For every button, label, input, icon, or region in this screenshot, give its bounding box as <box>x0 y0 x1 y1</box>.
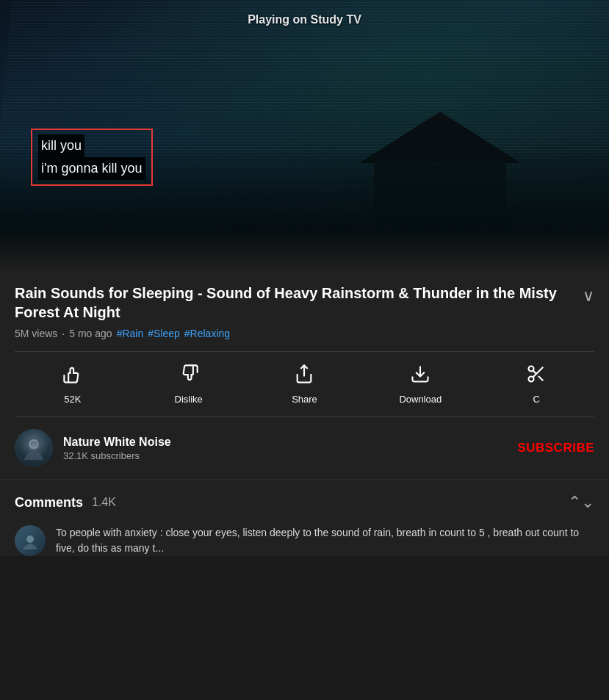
download-icon <box>410 364 430 389</box>
comment-avatar-image <box>15 525 46 556</box>
subtitle-box: kill you i'm gonna kill you <box>31 129 153 186</box>
video-meta: 5M views · 5 mo ago #Rain #Sleep #Relaxi… <box>15 328 594 339</box>
like-count: 52K <box>64 394 81 405</box>
title-row: Rain Sounds for Sleeping - Sound of Heav… <box>15 284 594 322</box>
clip-button[interactable]: C <box>478 361 594 408</box>
comment-item: To people with anxiety : close your eyes… <box>15 512 594 556</box>
comments-header: Comments 1.4K ⌃⌄ <box>15 493 594 512</box>
dislike-label: Dislike <box>175 394 203 405</box>
clip-icon <box>526 364 547 389</box>
share-button[interactable]: Share <box>247 361 363 408</box>
subscribe-button[interactable]: SUBSCRIBE <box>517 435 594 461</box>
channel-section: Nature White Noise 32.1K subscribers SUB… <box>0 417 609 480</box>
channel-avatar[interactable] <box>15 429 53 467</box>
video-age: 5 mo ago <box>69 328 112 339</box>
comments-count: 1.4K <box>92 496 116 509</box>
hashtag-rain[interactable]: #Rain <box>117 328 144 339</box>
channel-avatar-image <box>15 429 53 467</box>
comments-title-wrap: Comments 1.4K <box>15 495 116 510</box>
channel-info: Nature White Noise 32.1K subscribers <box>63 436 517 461</box>
actions-bar: 52K Dislike Share <box>15 351 594 417</box>
comments-section: Comments 1.4K ⌃⌄ To people with anxiety … <box>0 480 609 556</box>
like-button[interactable]: 52K <box>15 361 131 408</box>
expand-icon[interactable]: ∨ <box>583 286 594 306</box>
dislike-button[interactable]: Dislike <box>131 361 247 408</box>
subtitle-line1: kill you <box>38 134 84 157</box>
comment-text: To people with anxiety : close your eyes… <box>56 525 594 556</box>
view-count: 5M views <box>15 328 57 339</box>
video-player[interactable]: Playing on Study TV kill you i'm gonna k… <box>0 0 609 272</box>
video-title: Rain Sounds for Sleeping - Sound of Heav… <box>15 284 574 322</box>
hashtag-relaxing[interactable]: #Relaxing <box>184 328 230 339</box>
playing-on-label: Playing on Study TV <box>248 13 361 26</box>
dislike-icon <box>179 364 199 389</box>
svg-point-2 <box>529 367 534 372</box>
like-icon <box>62 364 83 389</box>
subtitle-line2: i'm gonna kill you <box>38 157 145 180</box>
download-button[interactable]: Download <box>362 361 478 408</box>
channel-subscribers: 32.1K subscribers <box>63 450 517 461</box>
hashtag-sleep[interactable]: #Sleep <box>148 328 180 339</box>
share-label: Share <box>292 394 317 405</box>
svg-point-3 <box>529 377 534 382</box>
clip-label: C <box>533 394 539 405</box>
video-fade <box>0 228 609 272</box>
svg-point-9 <box>26 535 34 543</box>
share-icon <box>294 364 314 389</box>
sort-icon[interactable]: ⌃⌄ <box>568 493 594 512</box>
channel-name[interactable]: Nature White Noise <box>63 436 517 449</box>
video-info-section: Rain Sounds for Sleeping - Sound of Heav… <box>0 272 609 417</box>
comments-title: Comments <box>15 495 83 510</box>
comment-avatar <box>15 525 46 556</box>
svg-line-5 <box>538 376 543 380</box>
download-label: Download <box>399 394 442 405</box>
separator: · <box>62 328 65 339</box>
svg-line-6 <box>533 370 537 374</box>
